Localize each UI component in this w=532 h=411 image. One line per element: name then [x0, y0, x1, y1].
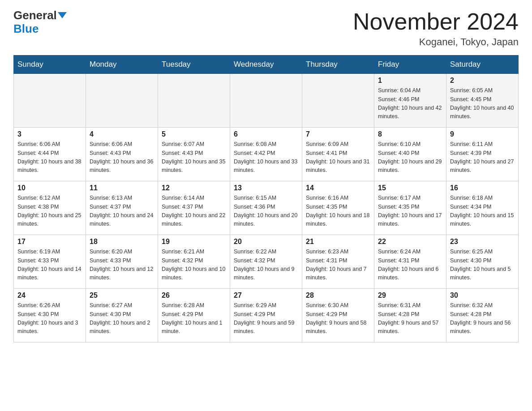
- day-number: 30: [450, 291, 515, 300]
- calendar-cell: 28Sunrise: 6:30 AMSunset: 4:29 PMDayligh…: [302, 289, 374, 342]
- calendar-cell: 25Sunrise: 6:27 AMSunset: 4:30 PMDayligh…: [86, 289, 158, 342]
- day-number: 11: [90, 184, 154, 192]
- calendar-cell: 17Sunrise: 6:19 AMSunset: 4:33 PMDayligh…: [14, 235, 86, 289]
- day-info: Sunrise: 6:19 AMSunset: 4:33 PMDaylight:…: [17, 248, 82, 283]
- day-info: Sunrise: 6:17 AMSunset: 4:35 PMDaylight:…: [378, 194, 442, 229]
- day-number: 18: [90, 238, 154, 246]
- day-info: Sunrise: 6:15 AMSunset: 4:36 PMDaylight:…: [234, 194, 298, 229]
- day-number: 10: [17, 184, 82, 192]
- day-number: 13: [234, 184, 298, 192]
- day-info: Sunrise: 6:29 AMSunset: 4:29 PMDaylight:…: [234, 301, 298, 336]
- day-number: 26: [162, 291, 226, 300]
- calendar-cell: 5Sunrise: 6:07 AMSunset: 4:43 PMDaylight…: [158, 128, 230, 181]
- day-info: Sunrise: 6:05 AMSunset: 4:45 PMDaylight:…: [450, 86, 515, 121]
- day-number: 12: [162, 184, 226, 192]
- calendar-cell: 27Sunrise: 6:29 AMSunset: 4:29 PMDayligh…: [230, 289, 302, 342]
- day-info: Sunrise: 6:21 AMSunset: 4:32 PMDaylight:…: [162, 248, 226, 283]
- location-label: Koganei, Tokyo, Japan: [353, 36, 519, 48]
- calendar-cell: 2Sunrise: 6:05 AMSunset: 4:45 PMDaylight…: [446, 74, 519, 128]
- day-info: Sunrise: 6:32 AMSunset: 4:28 PMDaylight:…: [450, 301, 515, 336]
- day-info: Sunrise: 6:06 AMSunset: 4:44 PMDaylight:…: [17, 140, 82, 175]
- calendar-cell: 7Sunrise: 6:09 AMSunset: 4:41 PMDaylight…: [302, 128, 374, 181]
- calendar-cell: [14, 74, 86, 128]
- calendar-cell: 3Sunrise: 6:06 AMSunset: 4:44 PMDaylight…: [14, 128, 86, 181]
- weekday-header-tuesday: Tuesday: [158, 56, 230, 74]
- day-number: 19: [162, 238, 226, 246]
- day-info: Sunrise: 6:27 AMSunset: 4:30 PMDaylight:…: [90, 301, 154, 336]
- day-number: 29: [378, 291, 442, 300]
- calendar-cell: 18Sunrise: 6:20 AMSunset: 4:33 PMDayligh…: [86, 235, 158, 289]
- day-info: Sunrise: 6:22 AMSunset: 4:32 PMDaylight:…: [234, 248, 298, 283]
- calendar-header-row: SundayMondayTuesdayWednesdayThursdayFrid…: [14, 56, 519, 74]
- day-info: Sunrise: 6:18 AMSunset: 4:34 PMDaylight:…: [450, 194, 515, 229]
- day-number: 3: [17, 130, 82, 138]
- month-title: November 2024: [353, 9, 519, 34]
- day-number: 14: [306, 184, 370, 192]
- calendar-cell: 23Sunrise: 6:25 AMSunset: 4:30 PMDayligh…: [446, 235, 519, 289]
- day-info: Sunrise: 6:14 AMSunset: 4:37 PMDaylight:…: [162, 194, 226, 229]
- day-number: 16: [450, 184, 515, 192]
- calendar-cell: 24Sunrise: 6:26 AMSunset: 4:30 PMDayligh…: [14, 289, 86, 342]
- day-info: Sunrise: 6:23 AMSunset: 4:31 PMDaylight:…: [306, 248, 370, 283]
- day-number: 22: [378, 238, 442, 246]
- day-info: Sunrise: 6:07 AMSunset: 4:43 PMDaylight:…: [162, 140, 226, 175]
- day-info: Sunrise: 6:31 AMSunset: 4:28 PMDaylight:…: [378, 301, 442, 336]
- day-info: Sunrise: 6:16 AMSunset: 4:35 PMDaylight:…: [306, 194, 370, 229]
- weekday-header-friday: Friday: [374, 56, 446, 74]
- day-info: Sunrise: 6:26 AMSunset: 4:30 PMDaylight:…: [17, 301, 82, 336]
- calendar-cell: 19Sunrise: 6:21 AMSunset: 4:32 PMDayligh…: [158, 235, 230, 289]
- day-number: 25: [90, 291, 154, 300]
- day-info: Sunrise: 6:13 AMSunset: 4:37 PMDaylight:…: [90, 194, 154, 229]
- calendar-cell: 14Sunrise: 6:16 AMSunset: 4:35 PMDayligh…: [302, 181, 374, 235]
- day-number: 9: [450, 130, 515, 138]
- day-number: 1: [378, 77, 442, 85]
- calendar-table: SundayMondayTuesdayWednesdayThursdayFrid…: [13, 55, 519, 342]
- weekday-header-sunday: Sunday: [14, 56, 86, 74]
- day-number: 17: [17, 238, 82, 246]
- calendar-week-1: 1Sunrise: 6:04 AMSunset: 4:46 PMDaylight…: [14, 74, 519, 128]
- calendar-cell: 13Sunrise: 6:15 AMSunset: 4:36 PMDayligh…: [230, 181, 302, 235]
- calendar-cell: [86, 74, 158, 128]
- weekday-header-wednesday: Wednesday: [230, 56, 302, 74]
- calendar-cell: 11Sunrise: 6:13 AMSunset: 4:37 PMDayligh…: [86, 181, 158, 235]
- calendar-cell: 6Sunrise: 6:08 AMSunset: 4:42 PMDaylight…: [230, 128, 302, 181]
- calendar-cell: 9Sunrise: 6:11 AMSunset: 4:39 PMDaylight…: [446, 128, 519, 181]
- calendar-cell: 29Sunrise: 6:31 AMSunset: 4:28 PMDayligh…: [374, 289, 446, 342]
- calendar-cell: [230, 74, 302, 128]
- day-number: 5: [162, 130, 226, 138]
- day-number: 24: [17, 291, 82, 300]
- page-header: General Blue November 2024 Koganei, Toky…: [13, 9, 519, 48]
- calendar-cell: 21Sunrise: 6:23 AMSunset: 4:31 PMDayligh…: [302, 235, 374, 289]
- day-number: 6: [234, 130, 298, 138]
- calendar-cell: 12Sunrise: 6:14 AMSunset: 4:37 PMDayligh…: [158, 181, 230, 235]
- calendar-cell: [302, 74, 374, 128]
- calendar-cell: 4Sunrise: 6:06 AMSunset: 4:43 PMDaylight…: [86, 128, 158, 181]
- calendar-week-2: 3Sunrise: 6:06 AMSunset: 4:44 PMDaylight…: [14, 128, 519, 181]
- calendar-cell: 10Sunrise: 6:12 AMSunset: 4:38 PMDayligh…: [14, 181, 86, 235]
- day-info: Sunrise: 6:25 AMSunset: 4:30 PMDaylight:…: [450, 248, 515, 283]
- weekday-header-thursday: Thursday: [302, 56, 374, 74]
- day-info: Sunrise: 6:08 AMSunset: 4:42 PMDaylight:…: [234, 140, 298, 175]
- calendar-cell: 16Sunrise: 6:18 AMSunset: 4:34 PMDayligh…: [446, 181, 519, 235]
- weekday-header-saturday: Saturday: [446, 56, 519, 74]
- day-info: Sunrise: 6:10 AMSunset: 4:40 PMDaylight:…: [378, 140, 442, 175]
- day-number: 23: [450, 238, 515, 246]
- calendar-cell: 1Sunrise: 6:04 AMSunset: 4:46 PMDaylight…: [374, 74, 446, 128]
- logo-general: General: [13, 9, 57, 22]
- day-number: 28: [306, 291, 370, 300]
- calendar-cell: 15Sunrise: 6:17 AMSunset: 4:35 PMDayligh…: [374, 181, 446, 235]
- logo-triangle-icon: [58, 12, 67, 18]
- logo: General Blue: [13, 9, 67, 36]
- day-info: Sunrise: 6:11 AMSunset: 4:39 PMDaylight:…: [450, 140, 515, 175]
- day-info: Sunrise: 6:30 AMSunset: 4:29 PMDaylight:…: [306, 301, 370, 336]
- day-number: 27: [234, 291, 298, 300]
- day-info: Sunrise: 6:04 AMSunset: 4:46 PMDaylight:…: [378, 86, 442, 121]
- day-info: Sunrise: 6:06 AMSunset: 4:43 PMDaylight:…: [90, 140, 154, 175]
- weekday-header-monday: Monday: [86, 56, 158, 74]
- day-info: Sunrise: 6:09 AMSunset: 4:41 PMDaylight:…: [306, 140, 370, 175]
- day-number: 20: [234, 238, 298, 246]
- calendar-cell: 22Sunrise: 6:24 AMSunset: 4:31 PMDayligh…: [374, 235, 446, 289]
- logo-blue: Blue: [13, 22, 39, 36]
- day-number: 15: [378, 184, 442, 192]
- calendar-cell: [158, 74, 230, 128]
